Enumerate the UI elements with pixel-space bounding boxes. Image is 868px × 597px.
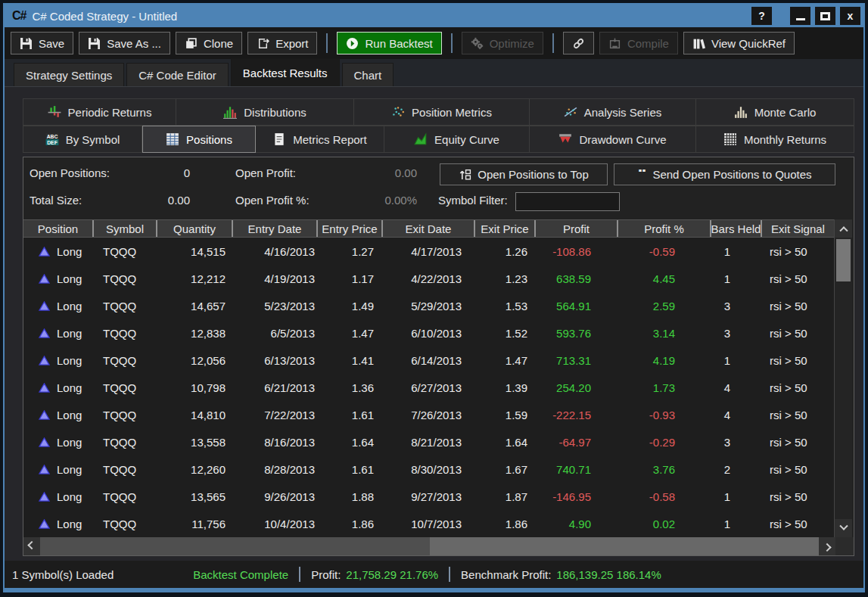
subtab-position-metrics[interactable]: Position Metrics (354, 98, 530, 126)
position-type-label: Long (57, 327, 82, 340)
subtab-by-symbol[interactable]: By Symbol (23, 126, 142, 153)
monthly-returns-icon (723, 132, 737, 146)
app-icon: C# (12, 9, 26, 23)
cell-profit: -0.93 (618, 401, 711, 428)
distributions-icon (223, 105, 237, 119)
column-header-exit-signal[interactable]: Exit Signal (762, 220, 834, 237)
cell-exit-signal: rsi > 50 (762, 483, 834, 510)
table-row[interactable]: LongTQQQ12,0566/13/20131.416/14/20131.47… (23, 347, 834, 374)
position-type-label: Long (57, 409, 82, 421)
drawdown-curve-icon (558, 132, 572, 146)
subtab-drawdown-curve[interactable]: Drawdown Curve (530, 126, 696, 153)
export-button[interactable]: Export (247, 32, 317, 54)
cell-bars-held: 2 (711, 456, 762, 483)
chevron-up-icon (839, 226, 848, 235)
cell-symbol: TQQQ (94, 456, 157, 483)
view-quickref-button[interactable]: View QuickRef (683, 32, 795, 54)
subtab-equity-curve[interactable]: Equity Curve (384, 126, 530, 153)
cell-symbol: TQQQ (94, 428, 157, 456)
column-header-quantity[interactable]: Quantity (157, 220, 233, 237)
link-button[interactable] (563, 32, 594, 54)
cell-exit-date: 8/21/2013 (383, 428, 475, 456)
scroll-up-button[interactable] (835, 219, 852, 238)
cell-position: Long (23, 401, 94, 428)
cell-entry-price: 1.64 (318, 428, 383, 456)
cell-entry-date: 9/26/2013 (233, 483, 318, 510)
close-button[interactable]: x (840, 7, 860, 25)
send-open-positions-to-quotes-button[interactable]: “ Send Open Positions to Quotes (614, 163, 835, 185)
vertical-scrollbar[interactable] (834, 219, 852, 537)
floppy-icon (88, 37, 101, 50)
cell-exit-date: 7/26/2013 (383, 401, 475, 428)
scroll-down-button[interactable] (835, 519, 852, 537)
long-triangle-icon (39, 328, 50, 338)
vertical-scroll-thumb[interactable] (836, 239, 851, 281)
run-backtest-button[interactable]: Run Backtest (337, 32, 441, 54)
minimize-button[interactable] (790, 7, 810, 25)
column-header-entry-price[interactable]: Entry Price (318, 220, 383, 237)
table-row[interactable]: LongTQQQ14,5154/16/20131.274/17/20131.26… (23, 238, 834, 265)
button-label: Save (39, 37, 64, 50)
table-row[interactable]: LongTQQQ13,5659/26/20131.889/27/20131.87… (23, 483, 834, 510)
subtab-metrics-report[interactable]: Metrics Report (256, 126, 384, 153)
table-row[interactable]: LongTQQQ11,75610/4/20131.8610/7/20131.86… (23, 510, 834, 537)
open-positions-to-top-button[interactable]: Open Positions to Top (440, 163, 608, 185)
tab-c-code-editor[interactable]: C# Code Editor (126, 63, 229, 86)
table-row[interactable]: LongTQQQ13,5588/16/20131.648/21/20131.64… (23, 428, 834, 456)
column-header-entry-date[interactable]: Entry Date (233, 220, 318, 237)
cell-entry-date: 8/28/2013 (233, 456, 318, 483)
subtab-periodic-returns[interactable]: Periodic Returns (23, 98, 176, 126)
column-header-position[interactable]: Position (23, 220, 94, 237)
scroll-right-button[interactable] (819, 537, 835, 555)
save-button[interactable]: Save (11, 32, 73, 54)
table-row[interactable]: LongTQQQ14,8107/22/20131.617/26/20131.59… (23, 401, 834, 428)
subtab-monte-carlo[interactable]: Monte Carlo (696, 98, 854, 126)
help-button[interactable]: ? (751, 7, 772, 25)
table-row[interactable]: LongTQQQ12,2608/28/20131.618/30/20131.67… (23, 456, 834, 483)
clone-button[interactable]: Clone (176, 32, 242, 54)
table-row[interactable]: LongTQQQ12,2124/19/20131.174/22/20131.23… (23, 265, 834, 292)
subtab-distributions[interactable]: Distributions (176, 98, 354, 126)
floppy-icon (20, 37, 33, 50)
column-header-exit-date[interactable]: Exit Date (383, 220, 475, 237)
cell-exit-signal: rsi > 50 (762, 510, 834, 537)
position-type-label: Long (57, 300, 82, 312)
column-header-exit-price[interactable]: Exit Price (475, 220, 536, 237)
save-as-button[interactable]: Save As ... (79, 32, 170, 54)
horizontal-scroll-track[interactable] (430, 537, 819, 555)
positions-panel: Open Positions: 0 Open Profit: 0.00 Tota… (23, 157, 854, 556)
symbol-filter-input[interactable] (515, 192, 620, 211)
cell-symbol: TQQQ (94, 401, 157, 428)
subtab-positions[interactable]: Positions (142, 126, 256, 153)
tab-backtest-results[interactable]: Backtest Results (231, 58, 340, 86)
column-header-profit[interactable]: Profit % (618, 220, 711, 237)
position-metrics-icon (391, 105, 405, 119)
symbol-filter-label: Symbol Filter: (438, 194, 508, 207)
column-header-symbol[interactable]: Symbol (94, 220, 157, 237)
toolbar-separator (552, 33, 554, 53)
column-header-profit[interactable]: Profit (536, 220, 618, 237)
table-row[interactable]: LongTQQQ14,6575/23/20131.495/29/20131.53… (23, 292, 834, 319)
subtab-monthly-returns[interactable]: Monthly Returns (696, 126, 854, 153)
tab-chart[interactable]: Chart (342, 63, 394, 86)
cell-exit-price: 1.64 (475, 428, 536, 456)
maximize-button[interactable] (815, 7, 835, 25)
scroll-left-button[interactable] (23, 537, 40, 555)
cell-exit-signal: rsi > 50 (762, 292, 834, 319)
cell-bars-held: 1 (711, 238, 762, 265)
position-type-label: Long (57, 381, 82, 394)
column-header-bars-held[interactable]: Bars Held (711, 220, 762, 237)
status-bar: 1 Symbol(s) Loaded Backtest Complete Pro… (5, 561, 863, 588)
position-type-label: Long (57, 354, 82, 367)
cell-symbol: TQQQ (94, 483, 157, 510)
horizontal-scrollbar[interactable] (23, 537, 854, 555)
cell-exit-signal: rsi > 50 (762, 347, 834, 374)
cell-entry-date: 7/22/2013 (233, 401, 318, 428)
tab-strategy-settings[interactable]: Strategy Settings (14, 63, 124, 86)
table-row[interactable]: LongTQQQ10,7986/21/20131.366/27/20131.39… (23, 374, 834, 401)
cell-exit-signal: rsi > 50 (762, 401, 834, 428)
horizontal-scroll-thumb[interactable] (40, 537, 430, 555)
subtab-analysis-series[interactable]: Analysis Series (530, 98, 696, 126)
cell-quantity: 11,756 (157, 510, 233, 537)
table-row[interactable]: LongTQQQ12,8386/5/20131.476/10/20131.525… (23, 319, 834, 347)
